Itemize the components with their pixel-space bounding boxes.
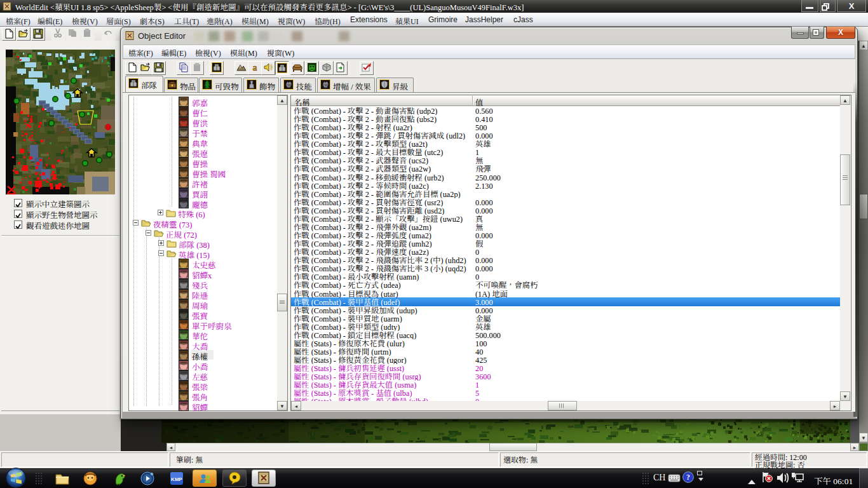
svg-text:KMP: KMP [171,477,182,482]
svg-text:a: a [253,63,257,72]
svg-text:?: ? [686,473,690,482]
